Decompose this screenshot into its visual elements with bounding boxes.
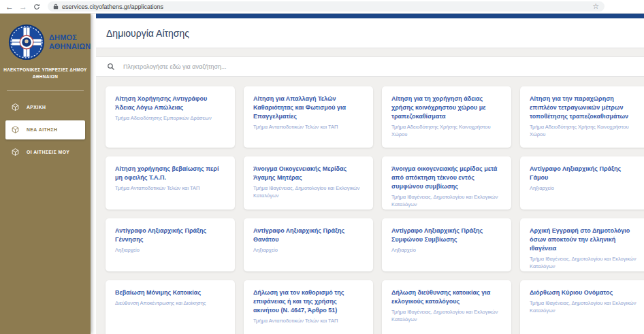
application-title: Διόρθωση Κύριου Ονόματος xyxy=(530,288,640,297)
application-card[interactable]: Άνοιγμα Οικογενειακής Μερίδας Άγαμης Μητ… xyxy=(244,156,373,210)
application-card[interactable]: Αντίγραφο Ληξιαρχικής Πράξης Συμφώνου Συ… xyxy=(382,218,511,271)
application-card[interactable]: Αρχική Εγγραφή στο Δημοτολόγιο όσων αποκ… xyxy=(520,218,644,271)
application-title: Αρχική Εγγραφή στο Δημοτολόγιο όσων αποκ… xyxy=(530,227,640,253)
application-department: Τμήμα Ιθαγένειας, Δημοτολογίου και Εκλογ… xyxy=(253,185,364,199)
title-band: Δημιουργία Αίτησης xyxy=(96,18,644,48)
application-card[interactable]: Αντίγραφο Ληξιαρχικής Πράξης Θανάτου Ληξ… xyxy=(244,218,373,271)
sidebar-item-new-application[interactable]: ΝΕΑ ΑΙΤΗΣΗ xyxy=(5,120,85,139)
forward-icon[interactable]: → xyxy=(18,1,29,12)
application-title: Αίτηση για τη χορήγηση άδειας χρήσης κοι… xyxy=(391,95,502,121)
sidebar-subtitle: ΗΛΕΚΤΡΟΝΙΚΕΣ ΥΠΗΡΕΣΙΕΣ ΔΗΜΟΥ ΑΘΗΝΑΙΩΝ xyxy=(0,67,91,81)
page: ΔΗΜΟΣ ΑΘΗΝΑΙΩΝ ΗΛΕΚΤΡΟΝΙΚΕΣ ΥΠΗΡΕΣΙΕΣ ΔΗ… xyxy=(0,14,644,334)
application-department: Τμήμα Αδειοδότησης Εμπορικών Δράσεων xyxy=(115,115,225,122)
application-card[interactable]: Αίτηση χορήγησης βεβαίωσης περί μη οφειλ… xyxy=(106,156,235,210)
application-card[interactable]: Αίτηση Χορήγησης Αντιγράφου Άδειας Λόγω … xyxy=(106,86,235,148)
application-card[interactable]: Διόρθωση Κύριου Ονόματος Τμήμα Ιθαγένεια… xyxy=(520,280,644,334)
search-bar xyxy=(96,56,644,77)
spacer xyxy=(96,48,644,56)
application-department: Ληξιαρχείο xyxy=(253,247,364,254)
application-card[interactable]: Άνοιγμα οικογενειακής μερίδας μετά από α… xyxy=(382,156,511,210)
application-title: Βεβαίωση Μόνιμης Κατοικίας xyxy=(115,288,225,297)
bookmark-star-icon[interactable]: ☆ xyxy=(592,3,599,10)
reload-icon[interactable] xyxy=(31,1,42,12)
application-card[interactable]: Αίτηση για Απαλλαγή Τελών Καθαριότητας κ… xyxy=(244,86,373,148)
sidebar-item-home[interactable]: ΑΡΧΙΚΗ xyxy=(5,98,85,117)
sidebar-item-my-applications[interactable]: ΟΙ ΑΙΤΗΣΕΙΣ ΜΟΥ xyxy=(5,143,85,162)
application-department: Διεύθυνση Αποκέντρωσης και Διοίκησης xyxy=(115,300,225,307)
application-title: Αίτηση για την παραχώρηση επιπλέον τετρα… xyxy=(530,95,640,121)
main-content: Δημιουργία Αίτησης Αίτηση Χορήγησης Αντι… xyxy=(96,14,644,334)
browser-toolbar: ← → eservices.cityofathens.gr/applicatio… xyxy=(0,0,644,14)
application-card[interactable]: Αίτηση για την παραχώρηση επιπλέον τετρα… xyxy=(520,86,644,148)
application-card[interactable]: Δήλωση για τον καθορισμό της επιφάνειας … xyxy=(244,280,373,334)
application-title: Άνοιγμα οικογενειακής μερίδας μετά από α… xyxy=(391,165,502,191)
sidebar-item-label: ΟΙ ΑΙΤΗΣΕΙΣ ΜΟΥ xyxy=(27,150,69,154)
sidebar-divider xyxy=(7,90,84,91)
lock-icon xyxy=(53,3,59,10)
url-text: eservices.cityofathens.gr/applications xyxy=(62,3,592,10)
sidebar-item-label: ΑΡΧΙΚΗ xyxy=(27,105,46,110)
application-department: Τμήμα Ανταποδοτικών Τελών και ΤΑΠ xyxy=(253,124,364,131)
address-bar[interactable]: eservices.cityofathens.gr/applications ☆ xyxy=(48,1,605,12)
page-title: Δημιουργία Αίτησης xyxy=(106,28,189,39)
org-name: ΔΗΜΟΣ ΑΘΗΝΑΙΩΝ xyxy=(49,33,91,51)
application-department: Τμήμα Αδειοδότησης Χρήσης Κοινοχρήστου Χ… xyxy=(530,124,640,138)
application-department: Τμήμα Ιθαγένειας, Δημοτολογίου και Εκλογ… xyxy=(530,256,640,270)
application-title: Αίτηση Χορήγησης Αντιγράφου Άδειας Λόγω … xyxy=(115,95,225,112)
application-title: Άνοιγμα Οικογενειακής Μερίδας Άγαμης Μητ… xyxy=(253,165,364,182)
application-department: Τμήμα Αδειοδότησης Χρήσης Κοινοχρήστου Χ… xyxy=(391,124,502,138)
box-icon xyxy=(11,103,20,112)
search-input[interactable] xyxy=(123,63,464,70)
application-title: Αντίγραφο Ληξιαρχικής Πράξης Γάμου xyxy=(530,165,640,182)
application-card[interactable]: Δήλωση διεύθυνσης κατοικίας για εκλογικο… xyxy=(382,280,511,334)
application-title: Δήλωση για τον καθορισμό της επιφάνειας … xyxy=(253,288,364,315)
back-icon[interactable]: ← xyxy=(4,1,15,12)
applications-grid: Αίτηση Χορήγησης Αντιγράφου Άδειας Λόγω … xyxy=(96,77,644,334)
athens-municipality-emblem-icon xyxy=(8,24,45,61)
application-card[interactable]: Αίτηση για τη χορήγηση άδειας χρήσης κοι… xyxy=(382,86,511,148)
top-accent-bar xyxy=(96,14,644,18)
logo-row: ΔΗΜΟΣ ΑΘΗΝΑΙΩΝ xyxy=(0,14,91,61)
application-department: Τμήμα Ανταποδοτικών Τελών και ΤΑΠ xyxy=(253,318,364,325)
search-icon xyxy=(107,63,115,71)
application-title: Αντίγραφο Ληξιαρχικής Πράξης Θανάτου xyxy=(253,227,364,244)
application-card[interactable]: Βεβαίωση Μόνιμης Κατοικίας Διεύθυνση Απο… xyxy=(106,280,235,334)
application-title: Αίτηση χορήγησης βεβαίωσης περί μη οφειλ… xyxy=(115,165,225,182)
sidebar: ΔΗΜΟΣ ΑΘΗΝΑΙΩΝ ΗΛΕΚΤΡΟΝΙΚΕΣ ΥΠΗΡΕΣΙΕΣ ΔΗ… xyxy=(0,14,91,334)
application-title: Αίτηση για Απαλλαγή Τελών Καθαριότητας κ… xyxy=(253,95,364,121)
application-department: Ληξιαρχείο xyxy=(530,185,640,193)
application-department: Ληξιαρχείο xyxy=(391,247,502,254)
application-title: Αντίγραφο Ληξιαρχικής Πράξης Συμφώνου Συ… xyxy=(391,227,502,244)
application-title: Δήλωση διεύθυνσης κατοικίας για εκλογικο… xyxy=(391,288,502,306)
application-department: Τμήμα Ανταποδοτικών Τελών και ΤΑΠ xyxy=(115,185,225,193)
application-title: Αντίγραφο Ληξιαρχικής Πράξης Γέννησης xyxy=(115,227,225,244)
application-department: Τμήμα Ιθαγένειας, Δημοτολογίου και Εκλογ… xyxy=(391,309,502,323)
application-department: Τμήμα Ιθαγένειας, Δημοτολογίου και Εκλογ… xyxy=(391,194,502,208)
sidebar-item-label: ΝΕΑ ΑΙΤΗΣΗ xyxy=(27,127,57,132)
application-card[interactable]: Αντίγραφο Ληξιαρχικής Πράξης Γέννησης Λη… xyxy=(106,218,235,271)
application-department: Τμήμα Ιθαγένειας, Δημοτολογίου και Εκλογ… xyxy=(530,300,640,314)
application-department: Ληξιαρχείο xyxy=(115,247,225,254)
box-icon xyxy=(11,125,20,134)
box-icon xyxy=(11,148,20,156)
application-card[interactable]: Αντίγραφο Ληξιαρχικής Πράξης Γάμου Ληξια… xyxy=(520,156,644,210)
